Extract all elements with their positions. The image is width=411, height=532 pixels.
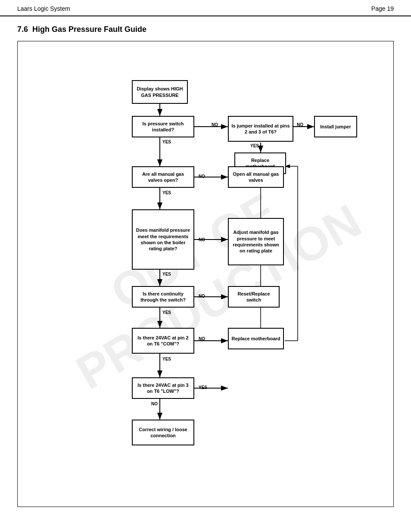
- box-q4: Does manifold pressure meet the requirem…: [132, 209, 194, 270]
- label-q5-no: NO: [199, 294, 205, 299]
- label-q1-no: NO: [212, 122, 218, 127]
- section-title: 7.6 High Gas Pressure Fault Guide: [17, 25, 394, 34]
- label-q7-yes: YES: [199, 385, 207, 390]
- box-q6: Is there 24VAC at pin 2 on T6 "COM"?: [132, 328, 194, 354]
- box-q3: Are all manual gas valves open?: [132, 166, 194, 188]
- label-q5-yes: YES: [162, 310, 171, 315]
- label-q1-yes: YES: [162, 140, 171, 144]
- label-q4-no: NO: [199, 237, 205, 242]
- box-correct-wiring: Correct wiring / loose connection: [132, 420, 194, 445]
- box-reset: Reset/Replace switch: [228, 286, 280, 308]
- label-q2-yes: YES: [250, 143, 259, 148]
- label-q7-no: NO: [151, 401, 158, 406]
- label-q6-no: NO: [199, 336, 205, 341]
- document-title: Laars Logic System: [17, 5, 70, 12]
- box-start: Display shows HIGH GAS PRESSURE: [132, 80, 188, 104]
- diagram-container: OUT OFPRODUCTION: [17, 41, 394, 507]
- box-replace-mb2: Replace motherboard: [228, 328, 284, 349]
- label-q3-no: NO: [199, 174, 205, 179]
- label-q4-yes: YES: [162, 272, 171, 277]
- box-q1: Is pressure switch installed?: [132, 116, 194, 137]
- box-q7: Is there 24VAC at pin 3 on T6 "LOW"?: [132, 377, 194, 399]
- label-q6-yes: YES: [162, 357, 171, 361]
- box-open-valves: Open all manual gas valves: [228, 166, 284, 188]
- page-header: Laars Logic System Page 19: [0, 0, 411, 16]
- box-q5: Is there continuity through the switch?: [132, 286, 194, 308]
- label-q2-no: NO: [297, 122, 303, 127]
- box-adjust: Adjust manifold gas pressure to meet req…: [228, 218, 284, 265]
- box-q2: Is jumper installed at pins 2 and 3 of T…: [228, 116, 293, 142]
- box-install-jumper: Install jumper: [314, 116, 357, 137]
- label-q3-yes: YES: [162, 190, 171, 195]
- flowchart: Display shows HIGH GAS PRESSURE Is press…: [26, 54, 385, 494]
- page-number: Page 19: [371, 5, 394, 12]
- page-content: 7.6 High Gas Pressure Fault Guide OUT OF…: [0, 16, 411, 516]
